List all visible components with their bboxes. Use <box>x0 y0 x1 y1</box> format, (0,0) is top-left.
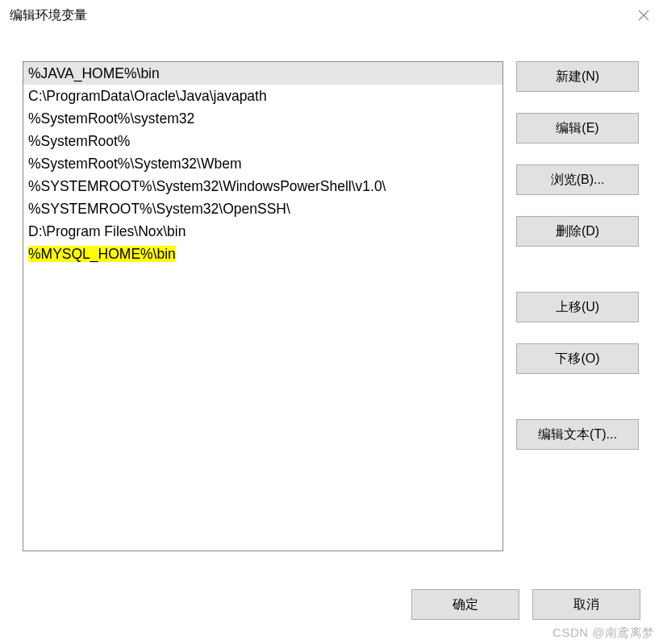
ok-button[interactable]: 确定 <box>411 589 519 620</box>
edit-text-button[interactable]: 编辑文本(T)... <box>516 419 639 450</box>
new-button[interactable]: 新建(N) <box>516 61 639 92</box>
list-item[interactable]: %JAVA_HOME%\bin <box>23 62 502 85</box>
content-area: %JAVA_HOME%\binC:\ProgramData\Oracle\Jav… <box>0 31 663 567</box>
list-item[interactable]: %MYSQL_HOME%\bin <box>23 243 502 265</box>
close-button[interactable] <box>624 1 663 30</box>
move-down-button[interactable]: 下移(O) <box>516 343 639 374</box>
edit-button[interactable]: 编辑(E) <box>516 113 639 143</box>
move-up-button[interactable]: 上移(U) <box>516 292 639 322</box>
list-item[interactable]: %SystemRoot% <box>23 130 502 152</box>
cancel-button[interactable]: 取消 <box>532 589 640 620</box>
button-column: 新建(N) 编辑(E) 浏览(B)... 删除(D) 上移(U) 下移(O) 编… <box>516 61 639 551</box>
footer: 确定 取消 <box>411 589 640 620</box>
browse-button[interactable]: 浏览(B)... <box>516 164 639 195</box>
list-item[interactable]: %SYSTEMROOT%\System32\WindowsPowerShell\… <box>23 175 502 197</box>
list-item[interactable]: D:\Program Files\Nox\bin <box>23 220 502 243</box>
delete-button[interactable]: 删除(D) <box>516 216 639 247</box>
titlebar: 编辑环境变量 <box>0 0 663 31</box>
list-item[interactable]: %SystemRoot%\System32\Wbem <box>23 152 502 175</box>
close-icon <box>638 10 649 21</box>
watermark: CSDN @南鸢离梦 <box>552 625 655 641</box>
path-list[interactable]: %JAVA_HOME%\binC:\ProgramData\Oracle\Jav… <box>23 61 503 551</box>
list-item[interactable]: %SystemRoot%\system32 <box>23 107 502 130</box>
list-item[interactable]: %SYSTEMROOT%\System32\OpenSSH\ <box>23 197 502 220</box>
highlighted-text: %MYSQL_HOME%\bin <box>28 246 176 262</box>
list-item[interactable]: C:\ProgramData\Oracle\Java\javapath <box>23 85 502 107</box>
window-title: 编辑环境变量 <box>10 7 87 24</box>
